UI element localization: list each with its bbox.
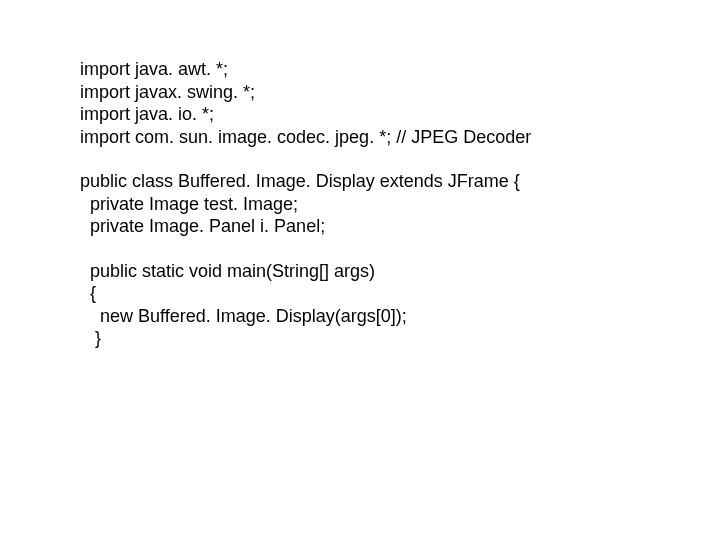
blank-line — [80, 238, 720, 260]
code-line: import java. awt. *; — [80, 58, 720, 81]
code-line: } — [80, 327, 720, 350]
code-line: import javax. swing. *; — [80, 81, 720, 104]
code-slide: import java. awt. *; import javax. swing… — [0, 0, 720, 350]
code-line: new Buffered. Image. Display(args[0]); — [80, 305, 720, 328]
code-line: public class Buffered. Image. Display ex… — [80, 170, 720, 193]
code-line: private Image test. Image; — [80, 193, 720, 216]
code-line: import java. io. *; — [80, 103, 720, 126]
code-line: private Image. Panel i. Panel; — [80, 215, 720, 238]
blank-line — [80, 148, 720, 170]
code-line: public static void main(String[] args) — [80, 260, 720, 283]
code-line: import com. sun. image. codec. jpeg. *; … — [80, 126, 720, 149]
code-line: { — [80, 282, 720, 305]
